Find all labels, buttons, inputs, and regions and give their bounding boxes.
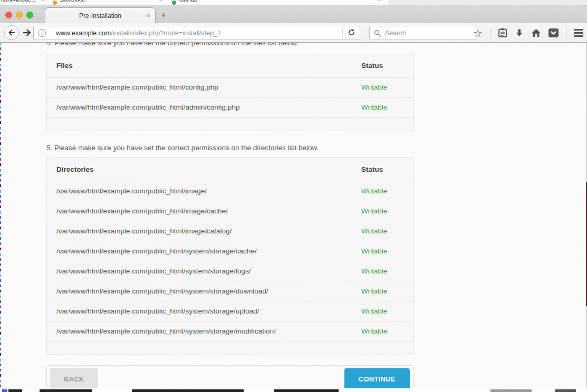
continue-button[interactable]: CONTINUE	[344, 368, 410, 390]
status-badge: Writable	[361, 187, 403, 195]
downloads-icon[interactable]	[515, 28, 524, 37]
reload-icon	[348, 28, 355, 36]
divider	[490, 27, 490, 39]
column-header-status: Status	[361, 62, 403, 70]
background-tab-label: GitHub	[179, 0, 197, 3]
directories-panel: Directories Status /var/www/html/example…	[46, 158, 413, 355]
directories-table-body: /var/www/html/example.com/public_html/im…	[47, 181, 413, 341]
files-panel: Files Status /var/www/html/example.com/p…	[46, 54, 413, 131]
status-badge: Writable	[361, 267, 403, 275]
bookmarks-sidebar-icon[interactable]	[498, 28, 507, 38]
background-window-left-sliver	[0, 43, 1, 392]
back-arrow-icon	[7, 28, 16, 37]
background-window-fragment	[490, 389, 532, 392]
directories-table-header: Directories Status	[47, 158, 413, 181]
screen: hant=linode... × BoxOffice × GitHub × Pr…	[0, 0, 587, 392]
table-row: /var/www/html/example.com/public_html/sy…	[47, 301, 413, 321]
table-row: /var/www/html/example.com/public_html/sy…	[47, 241, 413, 261]
directory-path: /var/www/html/example.com/public_html/im…	[56, 227, 361, 235]
divider	[566, 27, 566, 39]
divider	[342, 28, 343, 38]
table-row: /var/www/html/example.com/public_html/im…	[47, 201, 413, 221]
new-tab-button[interactable]: +	[161, 10, 166, 21]
background-tab-close-icon: ×	[41, 0, 44, 3]
reload-button[interactable]	[348, 28, 355, 38]
files-table-body: /var/www/html/example.com/public_html/co…	[47, 77, 413, 117]
status-badge: Writable	[361, 307, 403, 315]
url-domain: www.example.com	[56, 30, 111, 37]
navigation-toolbar: i www.example.com/install/index.php?rout…	[0, 23, 587, 43]
pocket-chevron	[551, 31, 556, 35]
background-tab-area	[389, 0, 587, 5]
file-path: /var/www/html/example.com/public_html/co…	[56, 83, 361, 91]
background-window-fragment	[2, 389, 7, 392]
column-header-files: Files	[56, 62, 361, 70]
step4-instruction: 4. Please make sure you have set the cor…	[46, 43, 413, 47]
table-row: /var/www/html/example.com/public_html/sy…	[47, 321, 413, 341]
background-tab-favicon	[53, 1, 57, 5]
status-badge: Writable	[361, 247, 403, 255]
table-row: /var/www/html/example.com/public_html/im…	[47, 181, 413, 201]
toolbar-icons: ☆	[473, 23, 583, 43]
directory-path: /var/www/html/example.com/public_html/sy…	[56, 307, 361, 315]
status-badge: Writable	[361, 287, 403, 295]
site-info-icon[interactable]: i	[38, 29, 46, 37]
close-window-button[interactable]	[5, 12, 12, 18]
table-row: /var/www/html/example.com/public_html/sy…	[47, 281, 413, 301]
background-window-fragment	[555, 389, 576, 392]
search-placeholder: Search	[385, 30, 406, 37]
background-window-fragment	[132, 389, 244, 392]
panel-padding	[47, 117, 413, 131]
tab-bar: Pre-Installation × +	[0, 5, 587, 23]
forward-button[interactable]	[22, 28, 32, 37]
minimize-window-button[interactable]	[16, 12, 23, 18]
background-window-fragment	[8, 389, 22, 392]
bookmark-star-icon[interactable]: ☆	[473, 28, 483, 38]
panel-padding	[47, 341, 413, 355]
menu-hamburger-icon[interactable]	[574, 29, 583, 37]
status-badge: Writable	[361, 227, 403, 235]
column-header-directories: Directories	[56, 165, 361, 173]
table-row: /var/www/html/example.com/public_html/co…	[47, 77, 413, 97]
files-table-header: Files Status	[47, 54, 413, 77]
back-step-button[interactable]: BACK	[50, 368, 98, 390]
directory-path: /var/www/html/example.com/public_html/im…	[56, 187, 361, 195]
home-icon[interactable]	[531, 28, 541, 37]
background-window-fragment	[40, 389, 92, 392]
pocket-icon[interactable]	[548, 28, 559, 37]
address-bar[interactable]: i www.example.com/install/index.php?rout…	[33, 26, 360, 40]
background-tab-label: BoxOffice	[60, 0, 85, 3]
background-window-top-strip: hant=linode... × BoxOffice × GitHub ×	[0, 0, 587, 5]
page-viewport: 4. Please make sure you have set the cor…	[0, 43, 587, 392]
status-badge: Writable	[361, 83, 403, 91]
step5-instruction: 5. Please make sure you have set the cor…	[46, 144, 413, 152]
search-icon	[374, 30, 381, 37]
table-row: /var/www/html/example.com/public_html/ad…	[47, 97, 413, 117]
background-tab-label: hant=linode...	[1, 0, 36, 3]
table-row: /var/www/html/example.com/public_html/im…	[47, 221, 413, 241]
file-path: /var/www/html/example.com/public_html/ad…	[56, 103, 361, 111]
background-tab-close-icon: ×	[378, 0, 381, 3]
tab-title: Pre-Installation	[79, 12, 121, 19]
search-input[interactable]: Search	[369, 26, 477, 40]
divider	[51, 28, 51, 38]
directory-path: /var/www/html/example.com/public_html/im…	[56, 207, 361, 215]
window-controls	[5, 12, 33, 18]
tab-pre-installation[interactable]: Pre-Installation ×	[45, 7, 156, 24]
status-badge: Writable	[361, 327, 403, 335]
status-badge: Writable	[361, 103, 403, 111]
background-tab-favicon	[172, 1, 176, 5]
directory-path: /var/www/html/example.com/public_html/sy…	[56, 327, 361, 335]
background-tab-close-icon: ×	[159, 0, 162, 3]
zoom-window-button[interactable]	[26, 12, 33, 18]
url-path: /install/index.php?route=install/step_2	[111, 30, 221, 37]
back-button[interactable]	[4, 25, 19, 40]
directory-path: /var/www/html/example.com/public_html/sy…	[56, 247, 361, 255]
directory-path: /var/www/html/example.com/public_html/sy…	[56, 267, 361, 275]
background-window-fragment	[274, 389, 339, 392]
forward-arrow-icon	[22, 28, 32, 37]
tab-close-icon[interactable]: ×	[146, 12, 150, 19]
status-badge: Writable	[361, 207, 403, 215]
directory-path: /var/www/html/example.com/public_html/sy…	[56, 287, 361, 295]
column-header-status: Status	[361, 165, 403, 173]
